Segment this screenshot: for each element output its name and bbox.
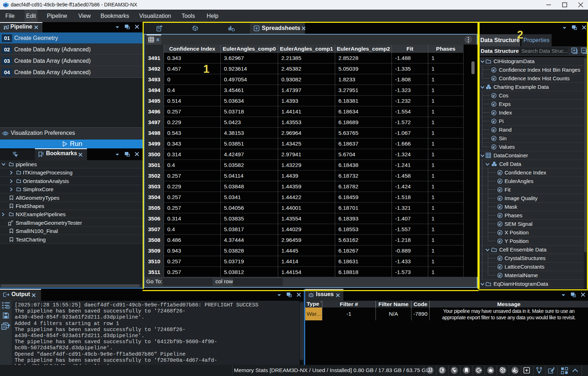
- svg-text:P: P: [11, 220, 13, 223]
